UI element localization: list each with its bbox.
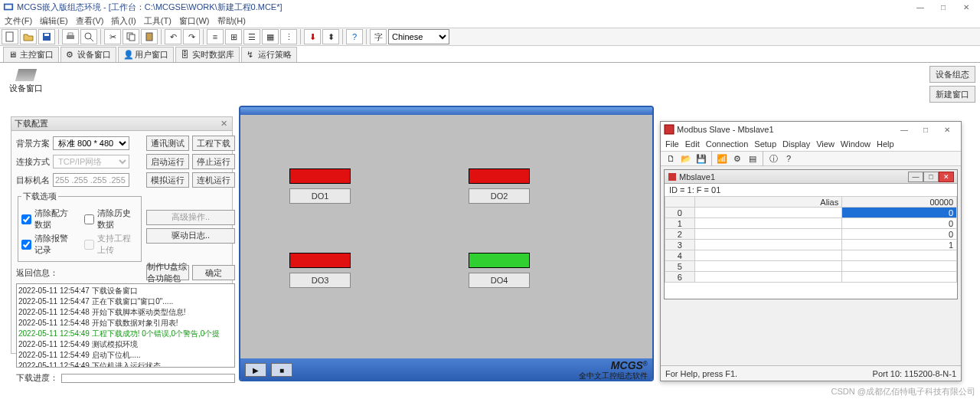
help-icon[interactable]: ? [346, 29, 363, 44]
modbus-row-value[interactable]: 0 [842, 208, 957, 218]
modbus-row[interactable]: 10 [665, 218, 957, 229]
modbus-doc-header[interactable]: Mbslave1 — □ ✕ [665, 170, 957, 184]
new-window-button[interactable]: 新建窗口 [929, 86, 975, 103]
project-download-button[interactable]: 工程下载 [192, 136, 235, 151]
print-icon[interactable] [62, 29, 79, 44]
modbus-menu-display[interactable]: Display [782, 139, 810, 149]
modbus-row-value[interactable] [842, 272, 957, 283]
language-select[interactable]: Chinese [388, 29, 449, 44]
preview-icon[interactable] [80, 29, 97, 44]
menu-insert[interactable]: 插入(I) [111, 15, 136, 27]
modbus-row[interactable]: 20 [665, 229, 957, 240]
download-panel-close-icon[interactable]: ✕ [218, 119, 229, 129]
modbus-maximize-button[interactable]: □ [915, 123, 936, 136]
modbus-row[interactable]: 5 [665, 261, 957, 272]
undo-icon[interactable]: ↶ [165, 29, 181, 44]
menu-window[interactable]: 窗口(W) [179, 15, 210, 27]
lang-icon[interactable]: 字 [370, 29, 387, 44]
modbus-row-alias[interactable] [694, 208, 842, 218]
modbus-row-alias[interactable] [694, 272, 842, 283]
check-icon[interactable]: ⬍ [322, 29, 339, 44]
modbus-row[interactable]: 31 [665, 240, 957, 250]
tab-device-window[interactable]: ⚙设备窗口 [60, 47, 116, 62]
mb-save-icon[interactable]: 💾 [694, 152, 708, 165]
opt-clear-history[interactable]: 清除历史数据 [84, 208, 138, 231]
modbus-row[interactable]: 6 [665, 272, 957, 283]
modbus-doc-min-icon[interactable]: — [908, 172, 923, 182]
copy-icon[interactable] [122, 29, 139, 44]
device-config-button[interactable]: 设备组态 [929, 66, 975, 83]
download-log-list[interactable]: 2022-05-11 12:54:47 下载设备窗口2022-05-11 12:… [16, 283, 235, 368]
modbus-row-alias[interactable] [694, 218, 842, 229]
open-icon[interactable] [20, 29, 37, 44]
modbus-row-alias[interactable] [694, 229, 842, 240]
cut-icon[interactable]: ✂ [104, 29, 121, 44]
sim-run-button[interactable]: 模拟运行 [146, 172, 189, 188]
do-button-do2[interactable]: DO2 [469, 188, 530, 204]
usb-package-button[interactable]: 制作U盘综合功能包 [146, 265, 189, 280]
grid-icon[interactable]: ⊞ [225, 29, 242, 44]
online-run-button[interactable]: 连机运行 [192, 172, 235, 188]
paste-icon[interactable] [141, 29, 158, 44]
mb-open-icon[interactable]: 📂 [679, 152, 693, 165]
do-button-do3[interactable]: DO3 [289, 273, 351, 288]
modbus-menu-setup[interactable]: Setup [754, 139, 776, 149]
modbus-titlebar[interactable]: Modbus Slave - Mbslave1 — □ ✕ [661, 122, 961, 137]
run-icon[interactable]: ⬇ [304, 29, 321, 44]
modbus-row[interactable]: 4 [665, 250, 957, 261]
modbus-row-alias[interactable] [694, 261, 842, 272]
target-name-input[interactable] [53, 173, 129, 187]
bg-scheme-select[interactable]: 标准 800 * 480 [53, 136, 129, 150]
save-icon[interactable] [38, 29, 55, 44]
menu-view[interactable]: 查看(V) [76, 15, 104, 27]
modbus-menu-edit[interactable]: Edit [685, 139, 700, 149]
modbus-menu-view[interactable]: View [816, 139, 835, 149]
modbus-row-alias[interactable] [694, 240, 842, 250]
stop-button[interactable]: ■ [271, 363, 292, 377]
grid2-icon[interactable]: ▦ [262, 29, 279, 44]
modbus-table-wrap[interactable]: Alias 00000 00102031456 [665, 196, 957, 299]
tab-run-strategy[interactable]: ↯运行策略 [241, 47, 297, 62]
redo-icon[interactable]: ↷ [183, 29, 200, 44]
mb-help-icon[interactable]: ? [782, 152, 795, 165]
menu-help[interactable]: 帮助(H) [217, 15, 246, 27]
maximize-button[interactable]: □ [933, 1, 954, 13]
mb-settings-icon[interactable]: ⚙ [730, 152, 744, 165]
tab-user-window[interactable]: 👤用户窗口 [118, 47, 174, 62]
modbus-menu-connection[interactable]: Connection [706, 139, 749, 149]
menu-file[interactable]: 文件(F) [5, 15, 32, 27]
drive-log-button[interactable]: 驱动日志.. [146, 228, 235, 244]
props-icon[interactable]: ⋮ [280, 29, 297, 44]
opt-clear-alarm[interactable]: 清除报警记录 [21, 233, 75, 256]
conn-type-select[interactable]: TCP/IP网络 [53, 155, 129, 168]
opt-clear-recipe[interactable]: 清除配方数据 [21, 208, 75, 231]
modbus-row-value[interactable]: 1 [842, 240, 957, 250]
modbus-row-value[interactable] [842, 250, 957, 261]
close-button[interactable]: ✕ [956, 1, 977, 13]
modbus-row-value[interactable] [842, 261, 957, 272]
modbus-row-value[interactable]: 0 [842, 229, 957, 240]
modbus-doc-max-icon[interactable]: □ [923, 172, 939, 182]
minimize-button[interactable]: — [910, 1, 931, 13]
do-button-do1[interactable]: DO1 [289, 188, 351, 204]
modbus-menu-help[interactable]: Help [877, 139, 894, 149]
modbus-row-alias[interactable] [694, 250, 842, 261]
runtime-titlebar[interactable] [240, 107, 652, 115]
mb-doc-icon[interactable]: ▤ [746, 152, 760, 165]
start-run-button[interactable]: 启动运行 [146, 154, 189, 169]
modbus-row[interactable]: 00 [665, 208, 957, 218]
list-icon[interactable]: ☰ [243, 29, 260, 44]
menu-edit[interactable]: 编辑(E) [40, 15, 68, 27]
modbus-menu-window[interactable]: Window [841, 139, 871, 149]
align-icon[interactable]: ≡ [207, 29, 224, 44]
stop-run-button[interactable]: 停止运行 [192, 154, 235, 169]
do-button-do4[interactable]: DO4 [469, 273, 530, 288]
new-icon[interactable] [2, 29, 18, 44]
mb-connect-icon[interactable]: 📶 [715, 152, 729, 165]
modbus-close-button[interactable]: ✕ [936, 123, 958, 136]
play-button[interactable]: ▶ [245, 363, 266, 377]
modbus-row-value[interactable]: 0 [842, 218, 957, 229]
ok-button[interactable]: 确定 [192, 265, 235, 280]
device-panel-icon-box[interactable]: 设备窗口 [6, 66, 46, 96]
tab-main-window[interactable]: 🖥主控窗口 [3, 47, 59, 62]
